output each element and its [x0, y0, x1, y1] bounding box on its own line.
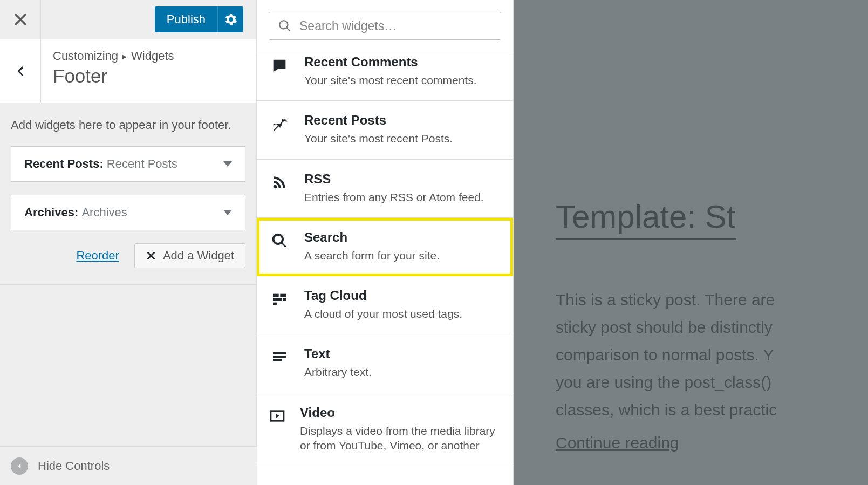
comment-icon	[269, 54, 290, 87]
available-widget-search[interactable]: SearchA search form for your site.	[257, 218, 513, 276]
available-widget-rss[interactable]: RSSEntries from any RSS or Atom feed.	[257, 160, 513, 218]
search-icon	[278, 19, 292, 33]
customizer-sidebar: Publish Customizing ▸ Widgets Footer Add…	[0, 0, 257, 485]
close-icon	[146, 250, 156, 261]
widget-search-input[interactable]	[299, 19, 492, 33]
chevron-down-icon	[223, 210, 232, 215]
close-button[interactable]	[0, 0, 41, 39]
breadcrumb-section: Widgets	[131, 49, 174, 63]
hide-controls-button[interactable]: Hide Controls	[0, 446, 257, 485]
hide-controls-label: Hide Controls	[38, 459, 110, 473]
pin-icon	[269, 113, 290, 146]
available-widget-tag-cloud[interactable]: Tag CloudA cloud of your most used tags.	[257, 276, 513, 334]
widget-description: Arbitrary text.	[304, 365, 372, 379]
svg-rect-5	[273, 303, 277, 305]
add-widget-label: Add a Widget	[163, 249, 234, 263]
widget-title: Video	[300, 405, 501, 420]
available-widget-recent-comments[interactable]: Recent CommentsYour site's most recent c…	[257, 52, 513, 101]
widget-description: A cloud of your most used tags.	[304, 306, 462, 321]
widget-title: Recent Posts	[304, 113, 453, 128]
panel-title: Footer	[53, 65, 174, 87]
widget-title: Text	[304, 346, 372, 361]
panel-header: Customizing ▸ Widgets Footer	[0, 39, 256, 103]
widget-picker-panel: Recent CommentsYour site's most recent c…	[257, 0, 514, 485]
available-widget-text[interactable]: TextArbitrary text.	[257, 334, 513, 393]
widget-title: RSS	[304, 172, 484, 187]
widget-description: Entries from any RSS or Atom feed.	[304, 190, 484, 204]
svg-rect-7	[273, 356, 286, 358]
breadcrumb: Customizing ▸ Widgets	[53, 49, 174, 63]
widget-description: Displays a video from the media library …	[300, 423, 501, 453]
collapse-icon	[11, 457, 28, 475]
preview-pane: TEST Just Another Template: St This is a…	[514, 0, 868, 485]
svg-rect-1	[273, 294, 279, 297]
post-title: Template: St	[556, 198, 736, 240]
available-widget-recent-posts[interactable]: Recent PostsYour site's most recent Post…	[257, 101, 513, 159]
widget-title: Recent Comments	[304, 54, 477, 70]
widget-item-label: Archives: Archives	[24, 206, 127, 220]
chevron-left-icon	[15, 63, 26, 79]
search-icon	[269, 230, 290, 263]
rss-icon	[269, 172, 290, 204]
widget-item-recent-posts[interactable]: Recent Posts: Recent Posts	[11, 146, 245, 182]
widget-description: A search form for your site.	[304, 248, 440, 263]
breadcrumb-root: Customizing	[53, 49, 118, 63]
widget-description: Your site's most recent Posts.	[304, 131, 453, 146]
chevron-down-icon	[223, 161, 232, 167]
svg-point-0	[274, 185, 277, 188]
svg-rect-2	[280, 294, 286, 297]
widget-search-box[interactable]	[269, 12, 501, 40]
available-widget-video[interactable]: VideoDisplays a video from the media lib…	[257, 393, 513, 467]
continue-reading-link[interactable]: Continue reading	[556, 429, 679, 456]
svg-rect-6	[273, 352, 286, 354]
widget-title: Tag Cloud	[304, 288, 462, 303]
publish-settings-button[interactable]	[217, 6, 243, 32]
svg-rect-4	[283, 298, 286, 301]
gear-icon	[224, 13, 237, 26]
back-button[interactable]	[0, 39, 41, 103]
post-body: This is a sticky post. There aresticky p…	[556, 286, 868, 456]
widget-item-label: Recent Posts: Recent Posts	[24, 157, 177, 171]
text-icon	[269, 346, 290, 379]
sidebar-top-bar: Publish	[0, 0, 256, 39]
reorder-link[interactable]: Reorder	[76, 249, 119, 263]
widget-description: Your site's most recent comments.	[304, 73, 477, 87]
tagcloud-icon	[269, 288, 290, 321]
panel-description: Add widgets here to appear in your foote…	[11, 118, 245, 132]
widget-item-archives[interactable]: Archives: Archives	[11, 195, 245, 230]
svg-rect-8	[273, 359, 282, 361]
close-icon	[13, 12, 28, 26]
panel-body: Add widgets here to appear in your foote…	[0, 103, 256, 285]
add-widget-button[interactable]: Add a Widget	[134, 243, 245, 268]
svg-rect-3	[273, 298, 282, 301]
widget-title: Search	[304, 230, 440, 245]
video-icon	[269, 405, 286, 453]
publish-button[interactable]: Publish	[155, 6, 217, 32]
chevron-right-icon: ▸	[122, 51, 127, 62]
